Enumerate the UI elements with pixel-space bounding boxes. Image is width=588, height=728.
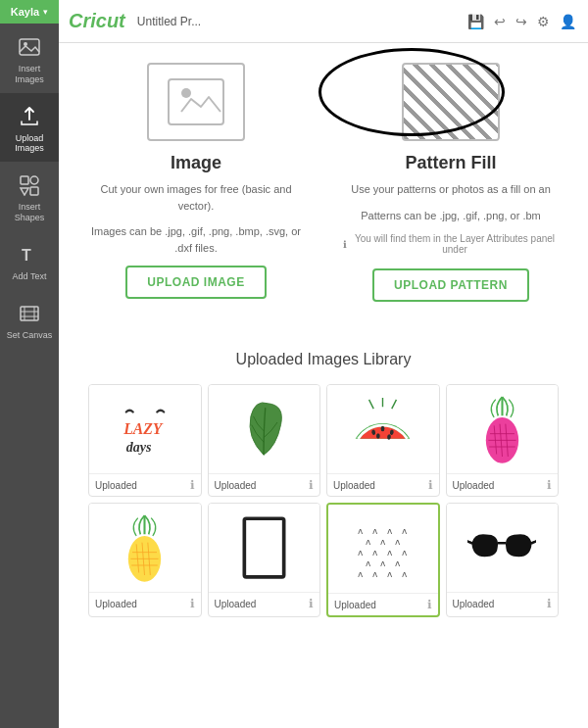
library-item-label: Uploaded [453,480,495,491]
svg-line-21 [369,399,374,408]
library-item-image: ʌ ʌ ʌ ʌ ʌ ʌ ʌ ʌ ʌ ʌ ʌ ʌ ʌ ʌ [328,505,438,593]
main-content: Cricut Untitled Pr... 💾 ↩ ↪ ⚙ 👤 [59,0,588,728]
library-item-image [209,504,320,592]
upload-pattern-note: ℹ You will find them in the Layer Attrib… [343,233,559,255]
svg-point-19 [376,433,380,439]
library-item-footer: Uploaded ℹ [328,593,438,615]
library-item-footer: Uploaded ℹ [209,473,320,496]
library-item[interactable]: Uploaded ℹ [446,384,560,497]
sidebar-item-upload-images[interactable]: UploadImages [0,93,59,163]
info-circle-icon: ℹ [343,239,347,250]
cricut-logo: Cricut [69,10,125,32]
library-grid: LAZY days Uploaded ℹ [88,384,559,617]
svg-point-3 [30,176,38,184]
library-item-info-icon[interactable]: ℹ [547,597,552,610]
library-item-info-icon[interactable]: ℹ [427,598,432,611]
svg-line-58 [467,541,471,543]
topbar: Cricut Untitled Pr... 💾 ↩ ↪ ⚙ 👤 [59,0,588,43]
svg-rect-5 [30,187,38,195]
image-placeholder-icon [147,63,245,141]
library-item[interactable]: LAZY days Uploaded ℹ [88,384,202,497]
topbar-icons: 💾 ↩ ↪ ⚙ 👤 [466,12,578,31]
library-item-label: Uploaded [95,599,137,609]
library-item-image [327,385,439,473]
topbar-logo: Cricut [69,10,125,32]
library-item[interactable]: Uploaded ℹ [88,503,202,617]
library-item[interactable]: ʌ ʌ ʌ ʌ ʌ ʌ ʌ ʌ ʌ ʌ ʌ ʌ ʌ ʌ [326,503,440,617]
library-item-image: LAZY days [89,385,201,473]
library-item-info-icon[interactable]: ℹ [309,597,314,610]
library-item-info-icon[interactable]: ℹ [190,597,195,610]
user-account-icon[interactable]: 👤 [558,12,578,31]
redo-icon[interactable]: ↪ [514,12,529,31]
topbar-title: Untitled Pr... [137,15,201,28]
svg-rect-2 [21,176,28,184]
library-item-label: Uploaded [95,480,137,491]
svg-text:ʌ: ʌ [373,569,379,579]
svg-text:T: T [22,247,31,264]
sidebar-label-insert-shapes: InsertShapes [15,202,45,223]
library-item-footer: Uploaded ℹ [209,592,320,614]
sidebar-item-insert-shapes[interactable]: InsertShapes [0,162,59,231]
svg-rect-0 [20,39,39,55]
library-item[interactable]: Uploaded ℹ [208,384,321,497]
sidebar: Kayla ▾ InsertImages UploadImages [0,0,59,728]
library-item-image [447,385,559,473]
upload-image-formats: Images can be .jpg, .gif, .png, .bmp, .s… [88,223,304,256]
library-item-footer: Uploaded ℹ [89,473,201,496]
insert-shapes-icon [16,171,43,199]
svg-text:ʌ: ʌ [402,548,408,558]
svg-text:days: days [126,440,152,455]
library-item-info-icon[interactable]: ℹ [309,478,314,492]
library-item-footer: Uploaded ℹ [447,592,559,614]
library-item-footer: Uploaded ℹ [89,592,201,614]
sidebar-label-set-canvas: Set Canvas [7,330,53,341]
undo-icon[interactable]: ↩ [492,12,508,31]
upload-image-button[interactable]: UPLOAD IMAGE [125,266,266,299]
library-item[interactable]: Uploaded ℹ [446,503,560,617]
svg-text:ʌ: ʌ [402,569,408,579]
set-canvas-icon [16,300,43,327]
upload-images-icon [16,103,43,130]
svg-text:ʌ: ʌ [359,548,365,558]
library-item-label: Uploaded [453,599,495,609]
sidebar-label-upload-images: UploadImages [15,133,44,155]
svg-text:ʌ: ʌ [359,525,365,535]
settings-icon[interactable]: ⚙ [535,12,552,31]
library-item-footer: Uploaded ℹ [327,473,439,496]
svg-point-13 [181,88,191,98]
svg-text:ʌ: ʌ [359,569,365,579]
library-item-label: Uploaded [215,599,257,609]
library-item[interactable]: Uploaded ℹ [326,384,440,497]
save-icon[interactable]: 💾 [466,12,486,31]
svg-text:ʌ: ʌ [402,525,408,535]
library-item[interactable]: Uploaded ℹ [208,503,321,617]
svg-text:ʌ: ʌ [380,558,386,568]
svg-text:LAZY: LAZY [122,420,164,437]
svg-text:ʌ: ʌ [366,558,371,568]
library-item-info-icon[interactable]: ℹ [428,478,433,492]
sidebar-user[interactable]: Kayla ▾ [0,0,59,24]
library-item-label: Uploaded [215,480,257,491]
upload-image-title: Image [171,153,221,173]
svg-rect-38 [244,518,283,577]
content-area: Image Cut your own images for free (basi… [59,43,588,728]
svg-line-59 [532,541,536,543]
library-item-info-icon[interactable]: ℹ [190,478,195,492]
svg-text:ʌ: ʌ [373,548,379,558]
upload-section: Image Cut your own images for free (basi… [88,63,559,321]
upload-pattern-formats: Patterns can be .jpg, .gif, .png, or .bm [361,208,540,224]
upload-pattern-desc: Use your patterns or photos as a fill on… [351,181,551,198]
upload-pattern-button[interactable]: UPLOAD PATTERN [372,268,529,302]
svg-text:ʌ: ʌ [387,525,393,535]
library-item-info-icon[interactable]: ℹ [547,478,552,492]
sidebar-item-insert-images[interactable]: InsertImages [0,24,59,93]
library-title: Uploaded Images Library [88,351,559,368]
library-item-label: Uploaded [333,480,375,491]
sidebar-item-add-text[interactable]: T Add Text [0,231,59,290]
library-item-footer: Uploaded ℹ [447,473,559,496]
svg-rect-7 [21,307,38,320]
svg-text:ʌ: ʌ [387,548,393,558]
upload-pattern-card: Pattern Fill Use your patterns or photos… [343,63,559,302]
sidebar-item-set-canvas[interactable]: Set Canvas [0,290,59,349]
